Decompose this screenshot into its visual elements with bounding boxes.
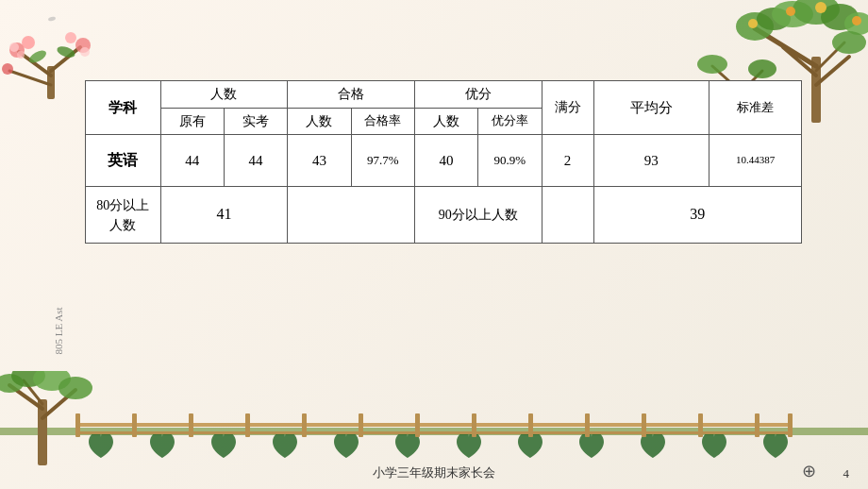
footer-text: 小学三年级期末家长会 — [373, 465, 495, 480]
svg-point-5 — [2, 63, 13, 75]
youfen-renshu-cell: 40 — [414, 135, 477, 187]
svg-rect-47 — [528, 413, 533, 437]
svg-rect-43 — [302, 413, 307, 437]
page-number: 4 — [843, 466, 850, 481]
value-90-cell: 39 — [593, 187, 801, 244]
youfen-renshu-header: 人数 — [414, 108, 477, 135]
pingjunfen-header: 平均分 — [593, 81, 709, 135]
manafen-cell: 2 — [542, 135, 593, 187]
svg-rect-49 — [642, 413, 646, 437]
svg-point-14 — [48, 16, 57, 22]
svg-rect-50 — [698, 413, 703, 437]
svg-rect-46 — [472, 413, 476, 437]
svg-rect-44 — [359, 413, 363, 437]
svg-rect-48 — [585, 413, 590, 437]
svg-rect-40 — [132, 413, 137, 437]
svg-point-29 — [832, 31, 866, 54]
table-container: 学科 人数 合格 优分 满分 平均分 标准差 原有 实考 人数 合格率 人数 优… — [85, 80, 840, 244]
svg-rect-45 — [415, 413, 420, 437]
deco-bottom-left — [0, 371, 104, 465]
hegelu-header: 合格率 — [351, 108, 414, 135]
svg-point-60 — [58, 377, 92, 399]
svg-point-10 — [17, 51, 25, 59]
biaozhuncha-cell: 10.44387 — [709, 135, 802, 187]
label-80-cell: 80分以上人数 — [86, 187, 161, 244]
yuanyou-header: 原有 — [160, 108, 224, 135]
hege-renshu-cell: 43 — [288, 135, 351, 187]
shikao-header: 实考 — [224, 108, 287, 135]
svg-point-11 — [80, 47, 90, 57]
youfenlv-header: 优分率 — [478, 108, 542, 135]
nav-icon[interactable]: ⊕ — [802, 461, 816, 481]
svg-rect-37 — [75, 423, 793, 427]
svg-point-33 — [786, 7, 795, 16]
hege-group-header: 合格 — [288, 81, 415, 109]
svg-rect-51 — [755, 413, 760, 437]
svg-point-6 — [22, 36, 35, 49]
footer: 小学三年级期末家长会 — [0, 464, 868, 481]
label-90-cell: 90分以上人数 — [414, 187, 542, 244]
deco-bottom — [0, 390, 868, 465]
shikao-cell: 44 — [224, 135, 287, 187]
biaozhuncha-header: 标准差 — [709, 81, 802, 135]
subject-header: 学科 — [86, 81, 161, 135]
svg-rect-41 — [189, 413, 193, 437]
side-text: 805 LE Ast — [53, 307, 64, 354]
yuanyou-cell: 44 — [160, 135, 224, 187]
hegelu-cell: 97.7% — [351, 135, 414, 187]
svg-rect-52 — [788, 413, 793, 437]
manafen-header: 满分 — [542, 81, 593, 135]
side-annotation: 805 LE Ast — [16, 300, 100, 362]
svg-point-30 — [697, 55, 727, 74]
svg-point-31 — [748, 59, 776, 78]
svg-point-9 — [9, 42, 19, 52]
youfenlv-cell: 90.9% — [478, 135, 542, 187]
svg-point-8 — [65, 32, 76, 43]
svg-point-35 — [852, 16, 861, 25]
svg-point-34 — [815, 2, 826, 13]
hege-renshu-header: 人数 — [288, 108, 351, 135]
youfen-group-header: 优分 — [414, 81, 542, 109]
value-80-cell: 41 — [160, 187, 288, 244]
svg-point-12 — [27, 48, 48, 66]
svg-rect-38 — [75, 431, 793, 434]
score-table: 学科 人数 合格 优分 满分 平均分 标准差 原有 实考 人数 合格率 人数 优… — [85, 80, 802, 244]
renumber-group-header: 人数 — [160, 81, 288, 109]
svg-point-32 — [748, 19, 758, 28]
svg-rect-42 — [245, 413, 250, 437]
subject-cell: 英语 — [86, 135, 161, 187]
pingjunfen-cell: 93 — [593, 135, 709, 187]
